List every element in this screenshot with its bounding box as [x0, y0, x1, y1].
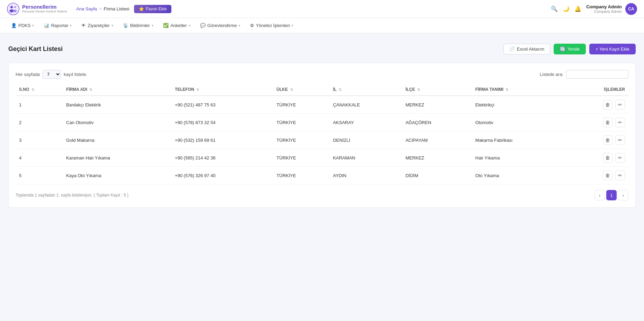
delete-button-2[interactable]: 🗑: [603, 135, 612, 145]
chevron-down-icon-4: ▾: [152, 24, 153, 27]
nav-item-raporlar[interactable]: 📊 Raporlar ▾: [39, 21, 76, 30]
col-ilce[interactable]: İLÇE ⇅: [402, 84, 472, 96]
edit-button-0[interactable]: ✏: [615, 100, 625, 110]
table-header: S.NO ⇅ FİRMA ADI ⇅ TELEFON ⇅ ÜLKE ⇅ İL ⇅…: [16, 84, 628, 96]
nav-item-pdks[interactable]: 👤 PDKS ▾: [7, 21, 38, 30]
table-row: 4 Karaman Halı Yıkama +90 (565) 214 42 3…: [16, 149, 628, 167]
prev-page-button[interactable]: ‹: [594, 190, 605, 200]
cell-sno: 5: [16, 167, 63, 184]
cell-ulke: TÜRKİYE: [273, 149, 330, 167]
breadcrumb-sep: >: [99, 6, 102, 11]
refresh-button[interactable]: 🔄 Yenile: [554, 44, 586, 54]
notification-icon[interactable]: 🔔: [574, 6, 581, 12]
bildirim-icon: 📡: [123, 23, 128, 28]
table-footer: Toplamda 1 sayfadan 1. sayfa listeleniyo…: [16, 190, 628, 200]
nav-item-yonetici[interactable]: ⚙ Yönetici İşlemleri ▾: [246, 21, 297, 30]
avatar[interactable]: CA: [625, 3, 637, 15]
nav-item-ziyaretciler[interactable]: 👁 Ziyaretçiler ▾: [77, 21, 117, 30]
cell-sno: 1: [16, 96, 63, 114]
user-role: Company Admin: [586, 9, 622, 14]
page-title: Geçici Kart Listesi: [8, 45, 63, 53]
col-ulke[interactable]: ÜLKE ⇅: [273, 84, 330, 96]
breadcrumb-current: Firma Listesi: [104, 6, 129, 11]
table-card: Her sayfada 7 10 25 50 kayıt listele. Li…: [8, 63, 636, 208]
favori-button[interactable]: ⭐ Favori Ekle: [134, 5, 171, 13]
refresh-icon: 🔄: [560, 46, 565, 52]
nav-label-ziyaretciler: Ziyaretçiler: [88, 23, 110, 28]
search-icon[interactable]: 🔍: [551, 6, 558, 12]
delete-button-1[interactable]: 🗑: [603, 118, 612, 127]
secondary-nav: 👤 PDKS ▾ 📊 Raporlar ▾ 👁 Ziyaretçiler ▾ 📡…: [0, 18, 644, 33]
user-info: Company Admin Company Admin: [586, 4, 622, 14]
table-row: 3 Gold Makarna +90 (532) 159 69 61 TÜRKİ…: [16, 131, 628, 149]
search-input[interactable]: [566, 70, 628, 79]
cell-il: AKSARAY: [330, 114, 402, 131]
cell-ilce: DİDİM: [402, 167, 472, 184]
cell-firma-tanimi: Otomotiv: [472, 114, 566, 131]
next-page-button[interactable]: ›: [618, 190, 628, 200]
search-area: Listede ara:: [540, 70, 628, 79]
add-record-button[interactable]: + Yeni Kayıt Ekle: [589, 44, 636, 54]
edit-button-1[interactable]: ✏: [615, 118, 625, 127]
delete-button-0[interactable]: 🗑: [603, 100, 612, 110]
user-name: Company Admin: [586, 4, 622, 9]
cell-telefon: +90 (565) 214 42 36: [171, 149, 273, 167]
cell-firma-adi: Bardakçı Elektirik: [63, 96, 171, 114]
raporlar-icon: 📊: [44, 23, 49, 28]
nav-label-bildirimler: Bildirimler: [130, 23, 150, 28]
pagination-info: Toplamda 1 sayfadan 1. sayfa listeleniyo…: [16, 193, 128, 198]
table-row: 5 Kaya Oto Yıkama +90 (576) 326 97 40 TÜ…: [16, 167, 628, 184]
col-firma-tanimi[interactable]: FİRMA TANIMI ⇅: [472, 84, 566, 96]
data-table: S.NO ⇅ FİRMA ADI ⇅ TELEFON ⇅ ÜLKE ⇅ İL ⇅…: [16, 84, 628, 184]
nav-item-gorevlendirme[interactable]: 💬 Görevlendirme ▾: [196, 21, 244, 30]
col-sno[interactable]: S.NO ⇅: [16, 84, 63, 96]
chevron-down-icon-3: ▾: [111, 24, 113, 27]
pdks-icon: 👤: [11, 23, 17, 28]
cell-il: KARAMAN: [330, 149, 402, 167]
nav-item-anketler[interactable]: ✅ Anketler ▾: [159, 21, 195, 30]
cell-il: DENİZLİ: [330, 131, 402, 149]
edit-button-2[interactable]: ✏: [615, 135, 625, 145]
edit-button-4[interactable]: ✏: [615, 171, 625, 180]
per-page-suffix: kayıt listele.: [64, 72, 87, 77]
cell-il: AYDIN: [330, 167, 402, 184]
cell-sno: 4: [16, 149, 63, 167]
nav-label-yonetici: Yönetici İşlemleri: [256, 23, 290, 28]
cell-ulke: TÜRKİYE: [273, 167, 330, 184]
svg-point-2: [14, 6, 16, 8]
cell-firma-adi: Karaman Halı Yıkama: [63, 149, 171, 167]
col-telefon[interactable]: TELEFON ⇅: [171, 84, 273, 96]
cell-telefon: +90 (578) 873 32 54: [171, 114, 273, 131]
excel-label: Excel Aktarım: [517, 46, 544, 52]
excel-button[interactable]: 📄 Excel Aktarım: [503, 44, 550, 54]
cell-ilce: ACIPAYAM: [402, 131, 472, 149]
table-controls: Her sayfada 7 10 25 50 kayıt listele. Li…: [16, 70, 628, 79]
page-header: Geçici Kart Listesi 📄 Excel Aktarım 🔄 Ye…: [8, 44, 636, 54]
cell-firma-tanimi: Oto Yıkama: [472, 167, 566, 184]
logo-text: Personellerim Personel Devam Kontrol Sis…: [22, 4, 67, 13]
table-row: 1 Bardakçı Elektirik +90 (521) 487 75 63…: [16, 96, 628, 114]
cell-telefon: +90 (532) 159 69 61: [171, 131, 273, 149]
topbar-right: 🔍 🌙 🔔 Company Admin Company Admin CA: [551, 3, 637, 15]
yonetici-icon: ⚙: [250, 23, 254, 28]
nav-item-bildirimler[interactable]: 📡 Bildirimler ▾: [119, 21, 158, 30]
col-il[interactable]: İL ⇅: [330, 84, 402, 96]
cell-firma-tanimi: Halı Yıkama: [472, 149, 566, 167]
chevron-down-icon-7: ▾: [292, 24, 293, 27]
cell-firma-tanimi: Elektirikçi: [472, 96, 566, 114]
per-page-select[interactable]: 7 10 25 50: [43, 70, 61, 79]
delete-button-3[interactable]: 🗑: [603, 153, 612, 163]
page-1-button[interactable]: 1: [606, 190, 617, 200]
excel-icon: 📄: [509, 46, 515, 52]
chevron-down-icon: ▾: [32, 24, 34, 27]
cell-ilce: AĞAÇÖREN: [402, 114, 472, 131]
nav-label-pdks: PDKS: [18, 23, 30, 28]
cell-ulke: TÜRKİYE: [273, 131, 330, 149]
theme-icon[interactable]: 🌙: [563, 6, 570, 12]
edit-button-3[interactable]: ✏: [615, 153, 625, 163]
col-firma-adi[interactable]: FİRMA ADI ⇅: [63, 84, 171, 96]
delete-button-4[interactable]: 🗑: [603, 171, 612, 180]
table-body: 1 Bardakçı Elektirik +90 (521) 487 75 63…: [16, 96, 628, 184]
breadcrumb-home[interactable]: Ana Sayfa: [76, 6, 97, 11]
cell-sno: 2: [16, 114, 63, 131]
